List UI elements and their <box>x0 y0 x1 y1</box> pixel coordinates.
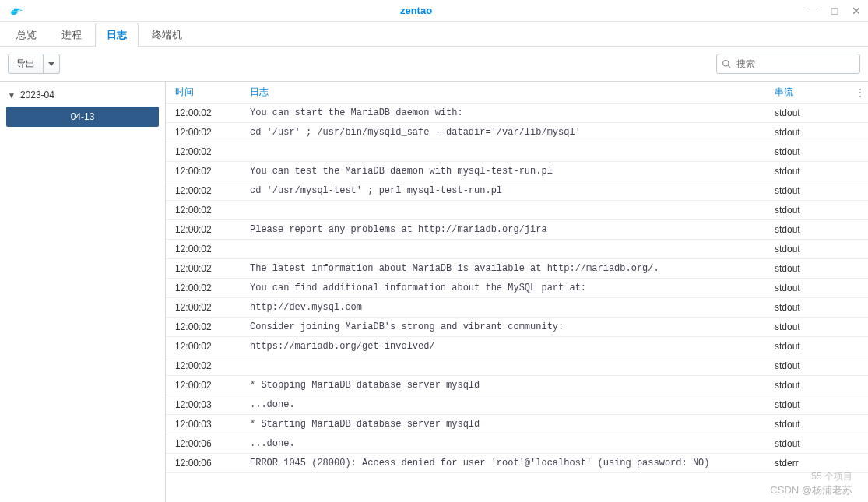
cell-time: 12:00:02 <box>166 360 247 371</box>
collapse-arrow-icon: ▼ <box>8 91 16 100</box>
cell-log: cd '/usr/mysql-test' ; perl mysql-test-r… <box>247 185 775 196</box>
cell-log: http://dev.mysql.com <box>247 302 775 313</box>
table-row[interactable]: 12:00:02stdout <box>166 240 868 259</box>
cell-log: * Stopping MariaDB database server mysql… <box>247 380 775 391</box>
cell-stream: stdout <box>775 263 852 274</box>
cell-time: 12:00:02 <box>166 244 247 255</box>
tab-3[interactable]: 终端机 <box>140 23 194 47</box>
header-log[interactable]: 日志 <box>247 86 775 99</box>
search-box[interactable] <box>716 54 860 74</box>
cell-time: 12:00:02 <box>166 263 247 274</box>
chevron-down-icon <box>48 62 54 66</box>
cell-time: 12:00:02 <box>166 127 247 138</box>
cell-time: 12:00:02 <box>166 380 247 391</box>
cell-time: 12:00:02 <box>166 224 247 235</box>
cell-time: 12:00:02 <box>166 302 247 313</box>
table-row[interactable]: 12:00:02 * Stopping MariaDB database ser… <box>166 376 868 395</box>
cell-time: 12:00:02 <box>166 283 247 293</box>
cell-log: https://mariadb.org/get-involved/ <box>247 341 775 352</box>
cell-time: 12:00:06 <box>166 458 247 469</box>
cell-time: 12:00:02 <box>166 146 247 157</box>
search-input[interactable] <box>736 58 855 69</box>
cell-stream: stdout <box>775 419 852 430</box>
cell-time: 12:00:02 <box>166 341 247 352</box>
tab-0[interactable]: 总览 <box>5 23 48 47</box>
cell-log: ...done. <box>247 438 775 449</box>
table-row[interactable]: 12:00:03 * Starting MariaDB database ser… <box>166 415 868 434</box>
svg-point-0 <box>723 60 729 65</box>
header-time[interactable]: 时间 <box>166 86 247 99</box>
cell-stream: stdout <box>775 185 852 196</box>
table-row[interactable]: 12:00:02You can start the MariaDB daemon… <box>166 104 868 123</box>
table-row[interactable]: 12:00:06ERROR 1045 (28000): Access denie… <box>166 454 868 473</box>
export-button[interactable]: 导出 <box>8 54 44 74</box>
tab-1[interactable]: 进程 <box>50 23 93 47</box>
cell-stream: stdout <box>775 438 852 449</box>
maximize-button[interactable]: □ <box>829 5 840 17</box>
cell-stream: stdout <box>775 360 852 371</box>
cell-stream: stdout <box>775 127 852 138</box>
minimize-button[interactable]: — <box>807 5 818 17</box>
table-row[interactable]: 12:00:03 ...done.stdout <box>166 395 868 415</box>
docker-logo-icon <box>9 3 25 19</box>
svg-line-1 <box>728 65 730 68</box>
cell-log: The latest information about MariaDB is … <box>247 263 775 274</box>
table-row[interactable]: 12:00:02Please report any problems at ht… <box>166 220 868 240</box>
cell-stream: stderr <box>775 458 852 469</box>
table-row[interactable]: 12:00:02cd '/usr/mysql-test' ; perl mysq… <box>166 181 868 201</box>
cell-time: 12:00:02 <box>166 321 247 332</box>
cell-stream: stdout <box>775 341 852 352</box>
cell-stream: stdout <box>775 244 852 255</box>
header-stream[interactable]: 串流 <box>775 86 852 99</box>
date-group-label: 2023-04 <box>20 90 54 100</box>
table-row[interactable]: 12:00:02The latest information about Mar… <box>166 259 868 279</box>
cell-log: You can test the MariaDB daemon with mys… <box>247 166 775 177</box>
date-group-node[interactable]: ▼ 2023-04 <box>6 86 159 104</box>
table-row[interactable]: 12:00:02stdout <box>166 201 868 220</box>
cell-log: * Starting MariaDB database server mysql… <box>247 419 775 430</box>
cell-stream: stdout <box>775 107 852 118</box>
table-row[interactable]: 12:00:02stdout <box>166 142 868 162</box>
cell-time: 12:00:02 <box>166 205 247 216</box>
search-icon <box>722 59 732 69</box>
tab-2[interactable]: 日志 <box>95 23 139 47</box>
cell-stream: stdout <box>775 146 852 157</box>
table-row[interactable]: 12:00:06 ...done.stdout <box>166 434 868 454</box>
window-title: zentao <box>25 5 807 16</box>
cell-stream: stdout <box>775 166 852 177</box>
cell-stream: stdout <box>775 205 852 216</box>
cell-time: 12:00:03 <box>166 399 247 410</box>
cell-log: You can find additional information abou… <box>247 283 775 293</box>
table-row[interactable]: 12:00:02cd '/usr' ; /usr/bin/mysqld_safe… <box>166 123 868 142</box>
watermark-text: CSDN @杨浦老苏 <box>770 483 852 497</box>
date-item-selected[interactable]: 04-13 <box>6 107 159 127</box>
cell-log: ...done. <box>247 399 775 410</box>
export-dropdown-button[interactable] <box>44 54 60 74</box>
cell-time: 12:00:02 <box>166 166 247 177</box>
cell-time: 12:00:03 <box>166 419 247 430</box>
table-row[interactable]: 12:00:02Consider joining MariaDB's stron… <box>166 318 868 337</box>
cell-time: 12:00:02 <box>166 185 247 196</box>
cell-time: 12:00:06 <box>166 438 247 449</box>
cell-stream: stdout <box>775 283 852 293</box>
table-row[interactable]: 12:00:02You can find additional informat… <box>166 279 868 298</box>
cell-log: Please report any problems at http://mar… <box>247 224 775 235</box>
cell-log: Consider joining MariaDB's strong and vi… <box>247 321 775 332</box>
cell-log: You can start the MariaDB daemon with: <box>247 107 775 118</box>
table-row[interactable]: 12:00:02stdout <box>166 356 868 376</box>
cell-stream: stdout <box>775 321 852 332</box>
table-row[interactable]: 12:00:02https://mariadb.org/get-involved… <box>166 337 868 356</box>
table-row[interactable]: 12:00:02You can test the MariaDB daemon … <box>166 162 868 181</box>
cell-stream: stdout <box>775 302 852 313</box>
cell-log: cd '/usr' ; /usr/bin/mysqld_safe --datad… <box>247 127 775 138</box>
table-header: 时间 日志 串流 ⋮ <box>166 82 868 104</box>
close-button[interactable]: ✕ <box>851 5 862 17</box>
cell-stream: stdout <box>775 224 852 235</box>
cell-stream: stdout <box>775 380 852 391</box>
cell-stream: stdout <box>775 399 852 410</box>
column-menu-icon[interactable]: ⋮ <box>852 87 868 98</box>
cell-log: ERROR 1045 (28000): Access denied for us… <box>247 458 775 469</box>
cell-time: 12:00:02 <box>166 107 247 118</box>
table-row[interactable]: 12:00:02http://dev.mysql.comstdout <box>166 298 868 318</box>
